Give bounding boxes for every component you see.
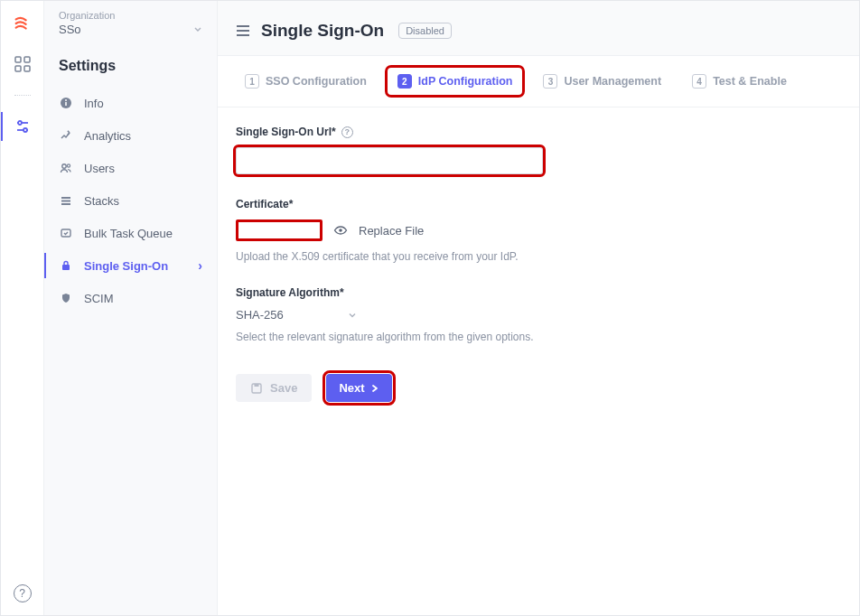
sidebar-item-label: Bulk Task Queue (84, 227, 173, 240)
svg-rect-15 (61, 203, 70, 205)
step-number: 2 (397, 74, 412, 89)
svg-rect-2 (15, 66, 21, 71)
info-icon (59, 96, 73, 110)
sidebar-item-info[interactable]: Info (44, 87, 217, 119)
svg-point-7 (23, 128, 27, 132)
sso-url-label: Single Sign-On Url* ? (236, 126, 760, 138)
certificate-helper: Upload the X.509 certificate that you re… (236, 250, 760, 263)
sidebar-item-users[interactable]: Users (44, 152, 217, 184)
save-label: Save (270, 381, 297, 395)
chevron-down-icon (347, 310, 358, 321)
select-value: SHA-256 (236, 308, 284, 322)
step-number: 1 (245, 74, 259, 89)
sidebar-item-label: Info (84, 97, 104, 110)
step-label: User Management (564, 75, 661, 88)
svg-point-5 (18, 121, 22, 125)
help-tooltip-icon[interactable]: ? (341, 126, 353, 138)
svg-rect-17 (62, 265, 70, 270)
replace-file-link[interactable]: Replace File (359, 224, 424, 238)
shield-icon (59, 291, 73, 305)
sidebar-item-label: Single Sign-On (84, 259, 168, 273)
settings-icon[interactable] (14, 117, 32, 135)
certificate-label: Certificate* (236, 198, 760, 210)
tab-sso-configuration[interactable]: 1 SSO Configuration (236, 69, 376, 94)
svg-rect-9 (65, 102, 67, 106)
svg-rect-0 (15, 57, 21, 62)
sidebar: Organization SSo Settings Info Analytics… (44, 1, 218, 615)
chevron-right-icon: › (198, 258, 202, 273)
step-label: SSO Configuration (266, 75, 367, 88)
stacks-icon (59, 193, 73, 208)
page-header: Single Sign-On Disabled (218, 1, 859, 56)
menu-icon[interactable] (236, 24, 250, 37)
dashboard-icon[interactable] (14, 55, 32, 73)
svg-rect-13 (61, 197, 70, 199)
sidebar-item-sso[interactable]: Single Sign-On › (44, 249, 217, 282)
status-badge: Disabled (398, 23, 452, 39)
svg-rect-14 (61, 201, 70, 202)
users-icon (59, 161, 73, 175)
step-number: 4 (692, 74, 706, 89)
rail-divider (14, 95, 31, 96)
left-rail: ? (1, 1, 44, 615)
sidebar-item-label: SCIM (84, 292, 114, 305)
sso-url-input[interactable] (236, 147, 543, 174)
sidebar-item-stacks[interactable]: Stacks (44, 184, 217, 217)
org-selector[interactable]: SSo (59, 23, 202, 36)
sidebar-item-label: Analytics (84, 129, 131, 143)
sidebar-item-label: Stacks (84, 194, 119, 208)
queue-icon (59, 226, 73, 240)
sidebar-item-bulk-task-queue[interactable]: Bulk Task Queue (44, 217, 217, 249)
svg-rect-23 (255, 384, 259, 387)
step-tabs: 1 SSO Configuration 2 IdP Configuration … (218, 56, 859, 107)
svg-point-11 (62, 164, 66, 168)
next-button[interactable]: Next (326, 374, 391, 402)
signature-algorithm-label: Signature Algorithm* (236, 286, 760, 299)
svg-point-12 (67, 164, 70, 167)
brand-logo (13, 14, 33, 33)
main: Single Sign-On Disabled 1 SSO Configurat… (218, 1, 859, 615)
step-number: 3 (543, 74, 557, 89)
sidebar-item-analytics[interactable]: Analytics (44, 119, 217, 152)
idp-form: Single Sign-On Url* ? Certificate* Repla… (218, 107, 778, 420)
help-icon[interactable]: ? (14, 584, 32, 602)
analytics-icon (59, 128, 73, 143)
svg-point-10 (65, 99, 67, 101)
page-title: Single Sign-On (261, 21, 384, 41)
chevron-right-icon (370, 384, 379, 393)
step-label: Test & Enable (713, 75, 787, 88)
svg-rect-16 (61, 229, 70, 237)
org-label: Organization (59, 10, 202, 21)
signature-algorithm-select[interactable]: SHA-256 (236, 308, 760, 322)
step-label: IdP Configuration (418, 75, 513, 88)
svg-point-21 (339, 229, 342, 232)
svg-rect-1 (24, 57, 30, 62)
certificate-file-slot[interactable] (236, 219, 322, 241)
tab-idp-configuration[interactable]: 2 IdP Configuration (388, 69, 522, 94)
sidebar-item-label: Users (84, 162, 115, 175)
tab-user-management[interactable]: 3 User Management (534, 69, 670, 94)
save-icon (250, 382, 263, 395)
save-button: Save (236, 374, 312, 402)
svg-rect-3 (24, 66, 30, 71)
signature-helper: Select the relevant signature algorithm … (236, 331, 760, 343)
sidebar-item-scim[interactable]: SCIM (44, 282, 217, 314)
eye-icon[interactable] (333, 223, 348, 238)
lock-icon (59, 258, 73, 273)
tab-test-enable[interactable]: 4 Test & Enable (683, 69, 796, 94)
next-label: Next (339, 381, 364, 395)
chevron-down-icon (193, 25, 202, 34)
settings-title: Settings (44, 51, 217, 87)
org-name: SSo (59, 23, 81, 36)
